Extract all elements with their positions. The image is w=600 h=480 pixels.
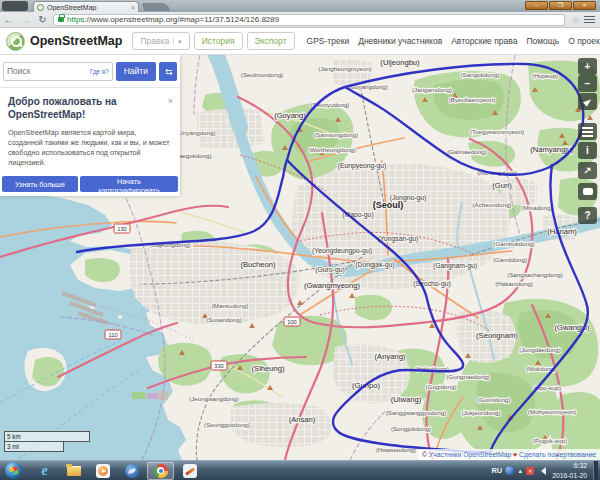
svg-text:130: 130: [117, 226, 127, 232]
contributors-link[interactable]: Участники OpenStreetMap: [429, 451, 511, 458]
taskbar-app-internet-explorer[interactable]: e: [31, 462, 58, 480]
map-label: (Gumidong): [478, 396, 511, 403]
site-title[interactable]: OpenStreetMap: [30, 34, 122, 48]
padlock-icon: [58, 17, 64, 22]
map-label: (Dongjak-gu): [355, 261, 394, 269]
map-label: (Seolmundong): [241, 71, 283, 78]
add-note-icon[interactable]: [578, 183, 597, 200]
map-label: (Sanggwanggyodong): [386, 409, 447, 416]
forward-button[interactable]: →: [17, 13, 34, 27]
browser-toolbar: ← → ↻ https://www.openstreetmap.org/#map…: [0, 12, 600, 28]
map-label: (Guri): [492, 181, 512, 190]
map-label: (Hopeup): [532, 72, 558, 79]
address-bar[interactable]: https://www.openstreetmap.org/#map=11/37…: [53, 14, 565, 26]
find-button[interactable]: Найти: [116, 62, 156, 81]
header-link-2[interactable]: Дневники участников: [358, 36, 442, 46]
header-link-3[interactable]: Авторские права: [451, 36, 517, 46]
tab-close-icon[interactable]: ×: [131, 4, 135, 11]
taskbar-app-chrome[interactable]: [147, 462, 174, 480]
map-label: (Susandong): [206, 316, 241, 323]
map-label: (Sangsachangdong): [507, 271, 563, 278]
header-link-4[interactable]: Помощь: [526, 36, 559, 46]
browser-menu-icon[interactable]: [584, 14, 595, 25]
close-button[interactable]: ×: [573, 1, 596, 10]
layers-icon[interactable]: [578, 123, 597, 140]
taskbar-app-media-player[interactable]: [89, 462, 116, 480]
browser-tab[interactable]: OpenStreetMap ×: [33, 1, 139, 12]
header-links: GPS-трекиДневники участниковАвторские пр…: [307, 36, 600, 46]
zoom-out-button[interactable]: −: [578, 75, 597, 92]
search-field[interactable]: [4, 66, 72, 76]
back-button[interactable]: ←: [0, 13, 17, 27]
chevron-down-icon[interactable]: ▾: [173, 38, 182, 45]
window-titlebar[interactable]: OpenStreetMap × – ❐ ×: [0, 0, 600, 12]
map-label: (Gungnaedong): [446, 373, 489, 380]
map-label: (Yeongdeungpo-gu): [312, 247, 372, 255]
map-label: (Wonheungdong): [308, 146, 356, 153]
tray-expand-icon[interactable]: ▲: [517, 468, 523, 474]
close-icon[interactable]: ×: [168, 96, 173, 106]
map-label: (Goyang): [274, 111, 306, 120]
map-label: (Gamildong): [493, 256, 527, 263]
help-button[interactable]: ?: [578, 207, 597, 224]
osm-logo-icon[interactable]: [6, 32, 25, 51]
route-badge: 100: [284, 317, 300, 326]
restore-button[interactable]: ❐: [549, 1, 572, 10]
bookmark-star-icon[interactable]: ☆: [572, 15, 580, 25]
map-label: (Sangokdong): [461, 71, 500, 78]
map-label: (Gogidong): [426, 383, 457, 390]
route-badge: 330: [211, 361, 227, 370]
show-desktop-button[interactable]: [593, 461, 598, 480]
sidebar: Где я? Найти ⇆ Добро пожаловать на OpenS…: [0, 55, 180, 196]
map-label: (Jangamdong): [412, 86, 452, 93]
map-label: (Gwangmyeong): [304, 281, 361, 290]
minimize-button[interactable]: –: [525, 1, 548, 10]
tab-title: OpenStreetMap: [47, 4, 129, 11]
taskbar-app-thunderbird[interactable]: [118, 462, 145, 480]
map-label: (Hanam): [547, 227, 577, 236]
header-link-1[interactable]: GPS-треки: [307, 36, 350, 46]
new-tab-button[interactable]: [142, 3, 171, 11]
export-button[interactable]: Экспорт: [247, 32, 295, 50]
explorer-icon: [66, 463, 81, 478]
map-label: (Songjukdong): [391, 425, 431, 432]
clock-time: 6:32: [552, 461, 587, 470]
reload-button[interactable]: ↻: [34, 13, 51, 27]
taskbar-app-paint[interactable]: [176, 462, 203, 480]
history-button[interactable]: История: [194, 32, 243, 50]
learn-more-button[interactable]: Узнать больше: [2, 176, 78, 192]
zoom-in-button[interactable]: +: [578, 58, 597, 75]
clock-date: 2016-01-20: [552, 471, 587, 480]
donate-link[interactable]: Сделать пожертвование: [519, 451, 596, 458]
language-indicator[interactable]: RU: [491, 466, 502, 475]
osm-header: OpenStreetMap Правка▾ История Экспорт GP…: [0, 28, 600, 55]
start-button[interactable]: [5, 462, 22, 479]
clock[interactable]: 6:32 2016-01-20: [549, 461, 590, 479]
start-mapping-button[interactable]: Начать картографировать: [80, 176, 178, 192]
tray-network-icon[interactable]: [505, 466, 514, 475]
where-am-i-link[interactable]: Где я?: [90, 68, 112, 75]
url-text[interactable]: https://www.openstreetmap.org/#map=11/37…: [67, 15, 279, 24]
header-link-5[interactable]: О проекте: [568, 36, 600, 46]
map-label: (Samsongdong): [314, 131, 358, 138]
search-input[interactable]: Где я?: [3, 62, 113, 81]
directions-button[interactable]: ⇆: [159, 62, 177, 81]
map-label: (Yongsan-gu): [378, 235, 419, 243]
speaker-icon[interactable]: [537, 467, 546, 475]
edit-button[interactable]: Правка▾: [132, 32, 189, 50]
map-label: (Jangheungmyeon): [318, 65, 371, 72]
map-label: (Misadong): [522, 204, 553, 211]
map-key-button[interactable]: i: [578, 142, 597, 159]
map-label: (Seonggokdong): [204, 421, 250, 428]
scale-bar: 5 km 3 mi: [4, 431, 90, 452]
taskbar-apps: e: [30, 462, 204, 480]
map-label: (Jukjeondong): [461, 409, 500, 416]
locate-icon[interactable]: [578, 93, 597, 110]
taskbar-app-explorer[interactable]: [60, 462, 87, 480]
share-icon[interactable]: ↗: [578, 162, 597, 179]
chrome-icon: [154, 464, 168, 478]
map-label: (Mansudong): [212, 302, 248, 309]
map-canvas[interactable]: (Uijeongbu)(Goyang)(Seoul)(Guri)(Hanam)(…: [0, 55, 600, 460]
svg-text:100: 100: [287, 319, 297, 325]
tray-alert-icon[interactable]: ✕: [526, 467, 534, 475]
